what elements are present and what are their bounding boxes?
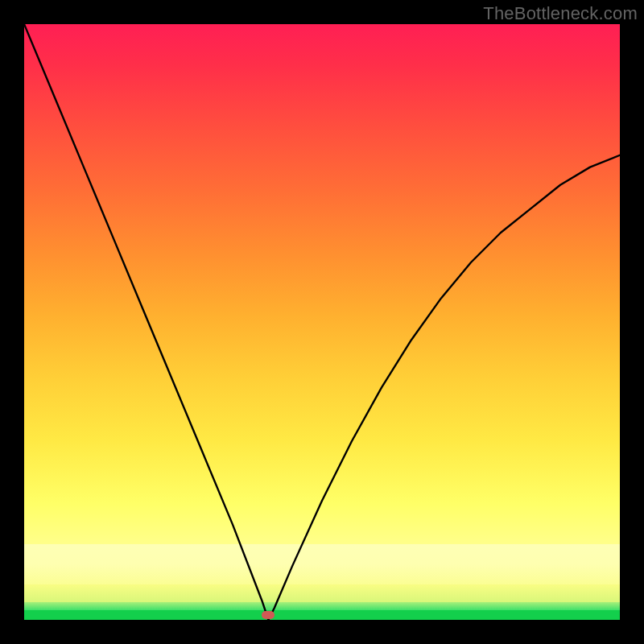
bottleneck-curve [24, 24, 620, 620]
chart-frame: TheBottleneck.com [0, 0, 644, 644]
plot-area [24, 24, 620, 620]
optimum-marker [262, 611, 275, 619]
watermark-text: TheBottleneck.com [483, 3, 638, 24]
